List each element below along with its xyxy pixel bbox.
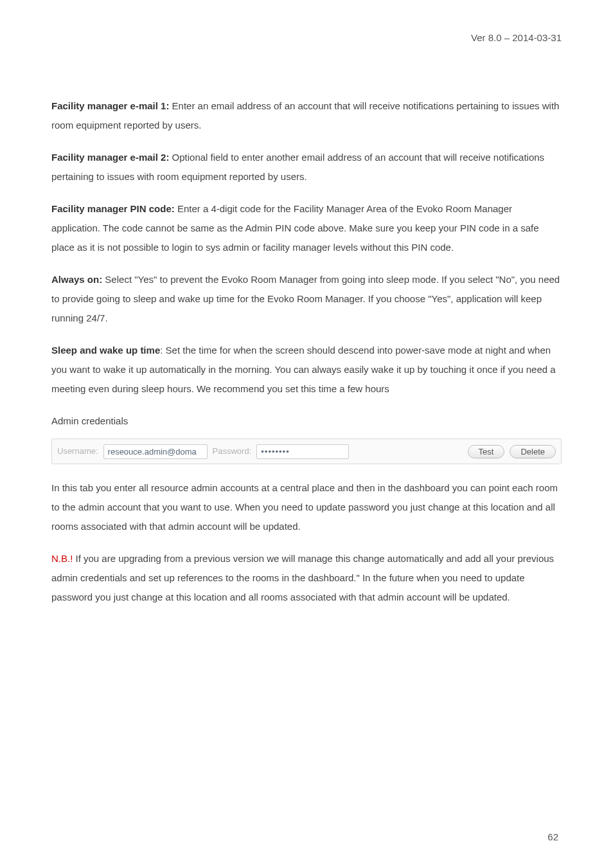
- label-fm-pin: Facility manager PIN code:: [51, 203, 175, 214]
- para-fm-email2: Facility manager e-mail 2: Optional fiel…: [51, 148, 562, 186]
- label-fm-email1: Facility manager e-mail 1:: [51, 100, 169, 111]
- password-label: Password:: [213, 443, 252, 460]
- label-always-on: Always on:: [51, 274, 102, 285]
- label-sleep: Sleep and wake up time: [51, 345, 160, 356]
- nb-text: If you are upgrading from a previous ver…: [51, 553, 554, 602]
- page-number: 62: [547, 831, 558, 842]
- para-fm-pin: Facility manager PIN code: Enter a 4-dig…: [51, 199, 562, 257]
- para-nb: N.B.! If you are upgrading from a previo…: [51, 549, 562, 607]
- password-input[interactable]: [256, 444, 349, 459]
- username-input[interactable]: [103, 444, 208, 459]
- test-button[interactable]: Test: [468, 445, 505, 458]
- admin-credentials-row: Username: Password: Test Delete: [51, 439, 562, 464]
- para-sleep: Sleep and wake up time: Set the time for…: [51, 341, 562, 399]
- label-fm-email2: Facility manager e-mail 2:: [51, 152, 169, 163]
- username-label: Username:: [57, 443, 98, 460]
- nb-label: N.B.!: [51, 553, 73, 564]
- para-after-1: In this tab you enter all resource admin…: [51, 478, 562, 536]
- page-version: Ver 8.0 – 2014-03-31: [471, 32, 562, 43]
- body-content: Facility manager e-mail 1: Enter an emai…: [51, 96, 562, 607]
- admin-credentials-heading: Admin credentials: [51, 411, 562, 431]
- para-fm-email1: Facility manager e-mail 1: Enter an emai…: [51, 96, 562, 135]
- text-always-on: Select "Yes" to prevent the Evoko Room M…: [51, 274, 560, 323]
- para-always-on: Always on: Select "Yes" to prevent the E…: [51, 270, 562, 328]
- delete-button[interactable]: Delete: [510, 445, 556, 458]
